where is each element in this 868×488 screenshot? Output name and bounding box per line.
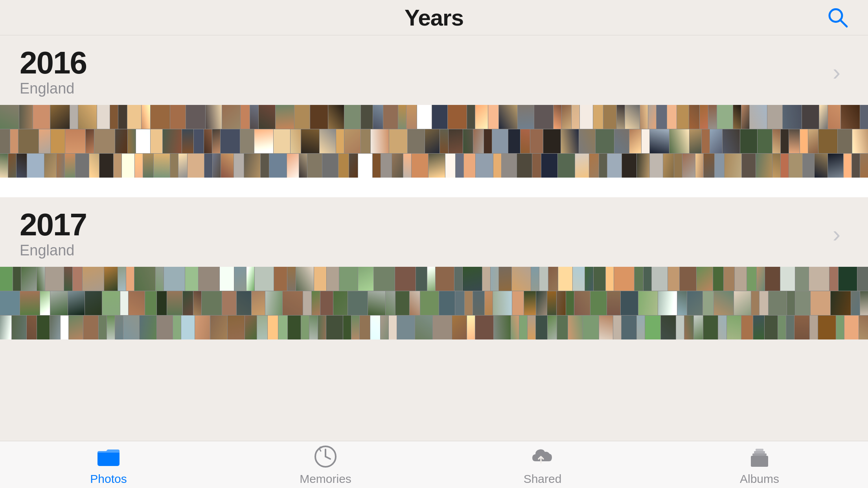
svg-line-1 bbox=[840, 20, 847, 26]
svg-rect-5 bbox=[751, 456, 768, 467]
shared-tab-icon bbox=[530, 444, 555, 469]
tab-memories[interactable]: Memories bbox=[217, 444, 434, 486]
year-section-2016: 2016 England › bbox=[0, 35, 868, 178]
tab-albums[interactable]: Albums bbox=[651, 444, 868, 486]
year-location-2016: England bbox=[20, 80, 86, 97]
tab-photos-label: Photos bbox=[90, 472, 127, 486]
svg-rect-6 bbox=[752, 453, 767, 456]
app-header: Years bbox=[0, 0, 868, 35]
tab-shared[interactable]: Shared bbox=[434, 444, 651, 486]
photo-mosaic-2016[interactable] bbox=[0, 105, 868, 178]
albums-tab-icon bbox=[747, 444, 772, 469]
year-header-2016[interactable]: 2016 England › bbox=[0, 35, 868, 105]
svg-rect-2 bbox=[97, 451, 120, 466]
search-button[interactable] bbox=[826, 6, 848, 29]
photos-tab-icon bbox=[96, 444, 121, 469]
main-content: 2016 England › 2017 England › bbox=[0, 35, 868, 441]
tab-photos[interactable]: Photos bbox=[0, 444, 217, 486]
tab-shared-label: Shared bbox=[524, 472, 562, 486]
year-separator bbox=[0, 178, 868, 197]
tab-bar: Photos Memories Shared bbox=[0, 441, 868, 488]
year-info-2017: 2017 England bbox=[20, 209, 86, 259]
tab-memories-label: Memories bbox=[300, 472, 351, 486]
tab-albums-label: Albums bbox=[740, 472, 779, 486]
year-number-2016: 2016 bbox=[20, 47, 86, 79]
memories-tab-icon bbox=[313, 444, 338, 469]
year-number-2017: 2017 bbox=[20, 209, 86, 240]
year-header-2017[interactable]: 2017 England › bbox=[0, 197, 868, 267]
chevron-right-2016-icon: › bbox=[833, 59, 840, 86]
chevron-right-2017-icon: › bbox=[833, 220, 840, 248]
svg-rect-7 bbox=[754, 451, 765, 453]
photo-mosaic-2017[interactable] bbox=[0, 267, 868, 339]
year-info-2016: 2016 England bbox=[20, 47, 86, 97]
year-section-2017: 2017 England › bbox=[0, 197, 868, 339]
page-title: Years bbox=[405, 4, 463, 31]
year-location-2017: England bbox=[20, 242, 86, 259]
svg-rect-8 bbox=[756, 449, 763, 451]
